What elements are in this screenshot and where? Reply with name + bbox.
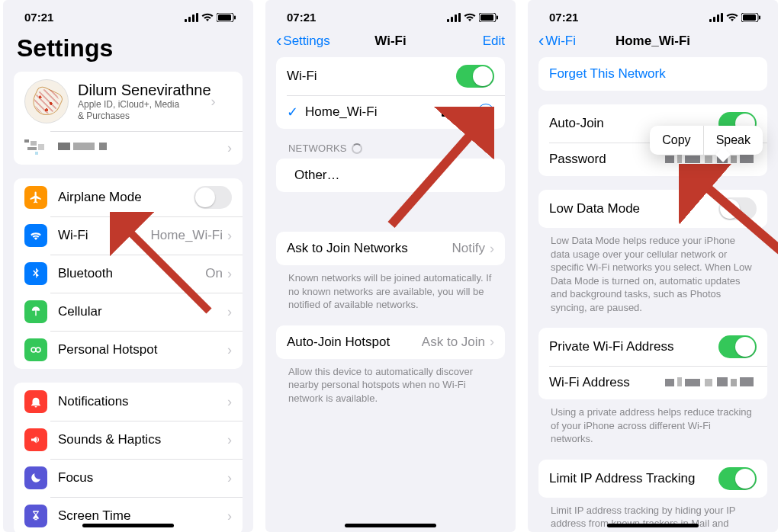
airplane-mode-row[interactable]: Airplane Mode <box>14 178 243 216</box>
row-label: Wi-Fi Address <box>549 375 665 390</box>
other-network-row[interactable]: Other… <box>276 159 505 192</box>
low-data-mode-row[interactable]: Low Data Mode <box>538 190 767 228</box>
page-title: Settings <box>3 30 253 72</box>
suggestion-icon <box>24 139 47 156</box>
auto-join-hotspot-row[interactable]: Auto-Join Hotspot Ask to Join › <box>276 325 505 359</box>
svg-rect-22 <box>442 111 449 117</box>
limit-ip-toggle[interactable] <box>718 467 757 490</box>
back-button[interactable]: ‹ Settings <box>276 33 330 50</box>
ask-to-join-row[interactable]: Ask to Join Networks Notify › <box>276 232 505 265</box>
networks-header: NETWORKS <box>276 143 505 159</box>
svg-rect-2 <box>192 14 194 22</box>
chevron-right-icon: › <box>227 470 232 486</box>
wifi-strength-icon <box>456 107 468 117</box>
suggestions-row[interactable]: › <box>14 131 243 165</box>
status-time: 07:21 <box>549 11 578 24</box>
info-icon[interactable]: i <box>477 104 494 120</box>
svg-rect-20 <box>480 14 493 21</box>
moon-icon <box>24 466 47 489</box>
home-indicator <box>607 524 699 527</box>
limit-ip-footer: Limit IP address tracking by hiding your… <box>538 504 767 532</box>
battery-icon <box>479 13 499 22</box>
profile-name: Dilum Senevirathne <box>78 82 211 99</box>
svg-rect-23 <box>709 19 712 22</box>
suggestion-text <box>58 143 227 153</box>
row-label: Cellular <box>58 304 227 319</box>
lowdata-toggle[interactable] <box>718 197 757 220</box>
wifi-icon <box>201 13 214 22</box>
battery-icon <box>741 13 761 22</box>
private-address-row[interactable]: Private Wi-Fi Address <box>538 328 767 366</box>
svg-rect-17 <box>455 14 457 22</box>
row-label: Wi-Fi <box>287 69 456 84</box>
chevron-right-icon: › <box>227 432 232 448</box>
svg-point-9 <box>36 348 40 352</box>
private-addr-toggle[interactable] <box>718 335 757 358</box>
cellular-row[interactable]: Cellular › <box>14 293 243 331</box>
auto-footer: Allow this device to automatically disco… <box>276 365 505 419</box>
row-detail: Ask to Join <box>422 335 485 350</box>
chevron-right-icon: › <box>490 241 494 257</box>
row-label: Other… <box>294 168 494 183</box>
apple-id-row[interactable]: Dilum Senevirathne Apple ID, iCloud+, Me… <box>14 72 243 131</box>
copy-menu-item[interactable]: Copy <box>650 126 702 155</box>
status-bar: 07:21 <box>265 0 516 30</box>
row-label: Notifications <box>58 394 227 409</box>
home-indicator <box>345 524 436 527</box>
row-label: Sounds & Haptics <box>58 432 227 447</box>
status-icons <box>709 13 761 22</box>
signal-icon <box>185 13 198 22</box>
avatar <box>24 79 69 123</box>
chevron-left-icon: ‹ <box>538 33 544 50</box>
connected-network-row[interactable]: ✓ Home_Wi-Fi i <box>276 95 505 129</box>
status-bar: 07:21 <box>528 0 778 30</box>
row-detail: Notify <box>452 241 485 256</box>
status-time: 07:21 <box>24 11 53 24</box>
lock-icon <box>441 107 450 117</box>
wifi-row[interactable]: Wi-Fi Home_Wi-Fi › <box>14 216 243 255</box>
row-detail: Home_Wi-Fi <box>151 228 223 243</box>
edit-button[interactable]: Edit <box>483 34 505 49</box>
bluetooth-row[interactable]: Bluetooth On › <box>14 255 243 293</box>
wifi-settings-icon <box>24 224 47 247</box>
focus-row[interactable]: Focus › <box>14 459 243 497</box>
chevron-right-icon: › <box>227 508 232 524</box>
svg-rect-1 <box>188 17 191 22</box>
notifications-row[interactable]: Notifications › <box>14 383 243 421</box>
signal-icon <box>447 13 461 22</box>
sounds-row[interactable]: Sounds & Haptics › <box>14 421 243 459</box>
wifi-address-value <box>665 377 757 388</box>
hotspot-icon <box>24 338 47 361</box>
airplane-icon <box>24 186 47 209</box>
chevron-right-icon: › <box>227 228 232 244</box>
password-value[interactable] <box>665 154 757 165</box>
private-footer: Using a private address helps reduce tra… <box>538 405 767 460</box>
row-label: Focus <box>58 470 227 486</box>
airplane-toggle[interactable] <box>194 186 232 209</box>
svg-rect-25 <box>717 14 719 22</box>
wifi-icon <box>464 13 476 22</box>
back-label: Wi-Fi <box>545 34 576 49</box>
back-button[interactable]: ‹ Wi-Fi <box>538 33 576 50</box>
wifi-icon <box>726 13 738 22</box>
wifi-toggle-row[interactable]: Wi-Fi <box>276 57 505 95</box>
row-label: Private Wi-Fi Address <box>549 339 718 354</box>
svg-rect-15 <box>447 19 449 22</box>
wifi-toggle[interactable] <box>456 65 494 88</box>
screen-settings: 07:21 Settings Dilum Senevirathne Apple … <box>3 0 253 532</box>
speak-menu-item[interactable]: Speak <box>703 126 763 155</box>
limit-ip-row[interactable]: Limit IP Address Tracking <box>538 460 767 498</box>
row-label: Ask to Join Networks <box>287 241 452 256</box>
back-label: Settings <box>283 34 329 49</box>
svg-rect-29 <box>759 15 760 19</box>
forget-network-row[interactable]: Forget This Network <box>538 57 767 91</box>
cellular-icon <box>24 300 47 323</box>
hotspot-row[interactable]: Personal Hotspot › <box>14 331 243 369</box>
signal-icon <box>709 13 723 22</box>
chevron-right-icon: › <box>490 334 494 350</box>
context-menu: Copy Speak <box>650 126 763 155</box>
row-label: Password <box>549 152 665 167</box>
svg-rect-26 <box>721 13 723 22</box>
wifi-address-row[interactable]: Wi-Fi Address <box>538 366 767 399</box>
status-time: 07:21 <box>287 11 316 24</box>
